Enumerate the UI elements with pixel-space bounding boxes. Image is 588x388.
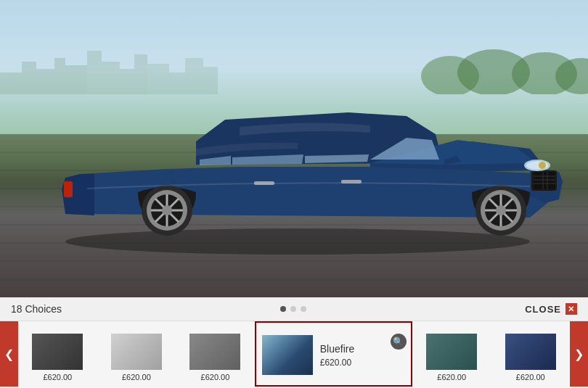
swatch-price-dark-teal: £620.00 [437,373,466,381]
prev-arrow[interactable]: ❮ [0,321,18,387]
swatch-bluefire[interactable]: Bluefire £620.00 🔍 [255,321,412,387]
color-swatch-bluefire [262,335,313,375]
swatch-dark-blue[interactable]: £620.00 [491,321,570,387]
close-x-icon: ✕ [565,303,577,315]
swatch-silver[interactable]: £620.00 [97,321,176,387]
car-display [0,0,588,297]
panel-header: 18 Choices CLOSE ✕ [0,297,588,321]
choices-count: 18 Choices [11,303,62,315]
swatch-mid-grey[interactable]: £620.00 [176,321,255,387]
svg-point-51 [162,205,172,215]
right-arrow-icon: ❯ [574,347,584,361]
bluefire-price: £620.00 [320,358,405,368]
swatch-bluefire-inner: Bluefire £620.00 🔍 [256,329,411,381]
left-arrow-icon: ❮ [4,347,14,361]
bottom-panel: 18 Choices CLOSE ✕ ❮ £620.00 £62 [0,297,588,388]
svg-rect-53 [341,180,362,183]
svg-rect-35 [64,181,73,197]
swatch-price-dark-blue: £620.00 [516,373,545,381]
dot-1[interactable] [280,306,286,312]
color-swatch-mid-grey [189,334,240,370]
svg-point-54 [539,162,546,169]
dot-2[interactable] [290,306,296,312]
svg-rect-27 [534,172,555,189]
svg-point-43 [496,205,506,215]
zoom-icon[interactable]: 🔍 [391,334,407,350]
swatches-container: £620.00 £620.00 £620.00 Bluefire £620.00 [18,321,570,387]
swatch-price-dark-grey: £620.00 [43,373,72,381]
svg-rect-52 [254,181,274,185]
swatch-dark-teal[interactable]: £620.00 [412,321,491,387]
svg-point-25 [65,228,530,255]
close-button[interactable]: CLOSE ✕ [525,303,577,315]
dot-3[interactable] [301,306,306,312]
swatch-price-mid-grey: £620.00 [201,373,230,381]
car-image [22,47,566,257]
next-arrow[interactable]: ❯ [570,321,588,387]
close-label: CLOSE [525,304,561,315]
swatch-dark-grey[interactable]: £620.00 [18,321,97,387]
swatch-price-silver: £620.00 [122,373,151,381]
color-swatch-dark-blue [505,334,556,370]
color-swatch-silver [111,334,162,370]
svg-rect-0 [0,73,22,94]
pagination-dots [280,306,306,312]
swatches-row: ❮ £620.00 £620.00 £620.00 [0,321,588,387]
color-swatch-dark-grey [32,334,83,370]
color-swatch-dark-teal [426,334,477,370]
